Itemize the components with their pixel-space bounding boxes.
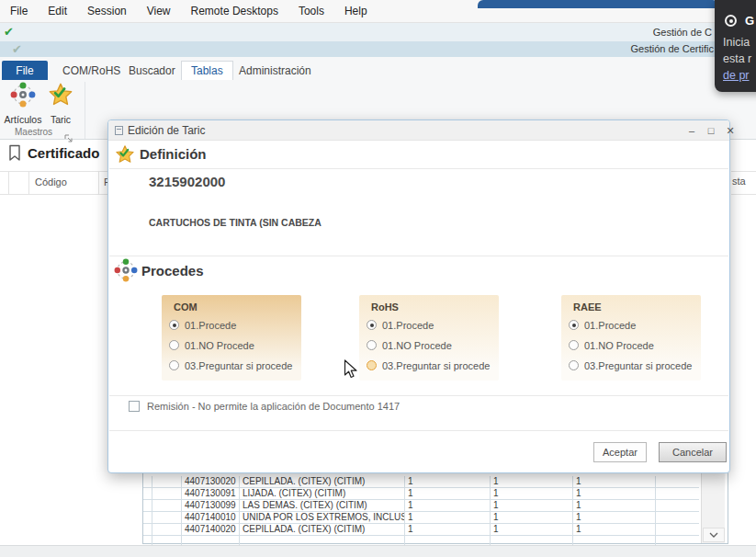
cell-code: 4407130020 (182, 476, 240, 488)
close-button[interactable]: ✕ (722, 123, 739, 138)
cell-code: 4407140020 (182, 524, 240, 536)
rohs-option-preguntar[interactable]: 03.Preguntar si procede (367, 359, 495, 372)
option-label: 01.NO Procede (382, 340, 452, 351)
rohs-option-procede[interactable]: 01.Procede (367, 319, 495, 332)
mouse-cursor (344, 359, 359, 383)
option-label: 01.NO Procede (584, 340, 654, 351)
menu-item-help[interactable]: Help (334, 5, 378, 17)
table-row[interactable]: 4407140020 CEPILLADA. (CITEX) (CITIM) 1 … (143, 524, 699, 536)
cell-value: 1 (573, 476, 656, 488)
menu-item-view[interactable]: View (137, 5, 181, 17)
radio-icon[interactable] (169, 360, 179, 370)
menu-item-tools[interactable]: Tools (288, 5, 334, 17)
ribbon-tab-file[interactable]: File (2, 61, 48, 80)
option-label: 01.NO Procede (185, 340, 254, 351)
checkbox-unchecked-icon[interactable] (129, 401, 140, 412)
articulos-button[interactable]: Artículos (3, 82, 43, 124)
menu-item-session[interactable]: Session (77, 5, 137, 17)
divider (731, 194, 756, 195)
taric-star-icon (48, 82, 73, 111)
bookmark-icon (7, 144, 22, 165)
session-bar-2: ✔ Gestión de Certific (0, 41, 756, 57)
raee-option-no-procede[interactable]: 01.NO Procede (569, 339, 697, 352)
cell-value: 1 (405, 500, 491, 512)
menu-item-remote-desktops[interactable]: Remote Desktops (181, 5, 288, 17)
session-title-1: Gestión de C (653, 27, 712, 38)
radio-selected-icon[interactable] (367, 320, 377, 330)
minimize-button[interactable]: – (683, 123, 700, 138)
option-label: 01.Procede (584, 320, 636, 331)
cancelar-button[interactable]: Cancelar (659, 442, 727, 462)
aceptar-button[interactable]: Aceptar (593, 442, 647, 462)
taric-label: Taric (51, 114, 71, 125)
definicion-star-icon (115, 144, 135, 168)
column-header-codigo[interactable]: Código (35, 176, 67, 188)
taric-description-value: CARTUCHOS DE TINTA (SIN CABEZA (149, 217, 322, 228)
articulos-icon (10, 82, 36, 111)
cell-desc: LIJADA. (CITEX) (CITIM) (240, 488, 405, 500)
cell-desc: LAS DEMAS. (CITEX) (CITIM) (240, 500, 405, 512)
group-name-com: COM (174, 301, 197, 313)
radio-icon[interactable] (367, 340, 377, 350)
group-dialog-launcher-icon[interactable] (64, 130, 73, 138)
raee-option-procede[interactable]: 01.Procede (569, 319, 697, 332)
column-header-fragment: sta (732, 176, 746, 187)
cell-code: 4407130099 (182, 500, 240, 512)
toast-link[interactable]: de pr (723, 69, 750, 82)
radio-icon[interactable] (569, 360, 579, 370)
option-label: 03.Preguntar si procede (185, 360, 292, 371)
table-row[interactable]: 4407130091 LIJADA. (CITEX) (CITIM) 1 1 1 (143, 488, 699, 500)
radio-icon[interactable] (169, 340, 179, 350)
cell-value: 1 (491, 524, 573, 536)
cell-value: 1 (491, 476, 573, 488)
ribbon-tab-com-rohs[interactable]: COM/RoHS (53, 61, 130, 80)
group-name-rohs: RoHS (371, 301, 399, 313)
divider (98, 171, 99, 195)
ribbon-tab-buscador[interactable]: Buscador (119, 61, 185, 80)
session-title-2: Gestión de Certific (631, 43, 714, 54)
radio-icon[interactable] (569, 340, 579, 350)
com-option-no-procede[interactable]: 01.NO Procede (169, 339, 298, 352)
group-name-raee: RAEE (573, 301, 602, 313)
scroll-down-button[interactable] (703, 528, 725, 542)
table-row[interactable]: 4407130020 CEPILLADA. (CITEX) (CITIM) 1 … (143, 476, 699, 488)
definicion-header: Definición (140, 146, 207, 162)
raee-radio-group: RAEE 01.Procede 01.NO Procede 03.Pregunt… (561, 295, 701, 381)
divider (109, 395, 728, 396)
ribbon-tab-tablas[interactable]: Tablas (181, 61, 233, 80)
dialog-form-icon (115, 126, 123, 135)
ribbon-tab-administracion[interactable]: Administración (230, 61, 321, 80)
radio-hovered-icon[interactable] (367, 360, 377, 370)
divider (8, 171, 9, 195)
option-label: 03.Preguntar si procede (382, 360, 490, 371)
taric-button[interactable]: Taric (44, 82, 77, 124)
restore-button[interactable]: □ (703, 123, 719, 138)
raee-option-preguntar[interactable]: 03.Preguntar si procede (569, 359, 697, 372)
cell-value: 1 (491, 512, 573, 524)
cell-value: 1 (405, 524, 491, 536)
radio-selected-icon[interactable] (569, 320, 579, 330)
ribbon-group-label: Maestros (15, 127, 52, 137)
taric-code-value: 3215902000 (149, 174, 225, 189)
panel-title-certificados: Certificado (28, 145, 107, 161)
rohs-option-no-procede[interactable]: 01.NO Procede (367, 339, 495, 352)
table-row[interactable]: 4407140010 UNIDA POR LOS EXTREMOS, INCLU… (143, 512, 699, 524)
com-option-procede[interactable]: 01.Procede (169, 319, 298, 332)
divider (109, 168, 728, 169)
com-option-preguntar[interactable]: 03.Preguntar si procede (169, 359, 298, 372)
table-row[interactable]: 4407130099 LAS DEMAS. (CITEX) (CITIM) 1 … (143, 500, 699, 512)
cell-desc: CEPILLADA. (CITEX) (CITIM) (240, 476, 405, 488)
cell-value: 1 (573, 524, 656, 536)
cell-desc: UNIDA POR LOS EXTREMOS, INCLUS (240, 512, 405, 524)
procedes-icon (114, 258, 138, 286)
radio-selected-icon[interactable] (169, 320, 179, 330)
divider (0, 194, 107, 195)
dialog-titlebar[interactable]: Edición de Taric – □ ✕ (108, 120, 729, 141)
menu-item-file[interactable]: File (0, 5, 38, 17)
option-label: 01.Procede (382, 320, 434, 331)
notification-toast[interactable]: G Inicia esta r de pr (715, 0, 756, 92)
divider (109, 256, 728, 256)
radio-button-icon (725, 15, 737, 27)
cell-desc: CEPILLADA. (CITEX) (CITIM) (240, 524, 405, 536)
menu-item-edit[interactable]: Edit (38, 5, 77, 17)
